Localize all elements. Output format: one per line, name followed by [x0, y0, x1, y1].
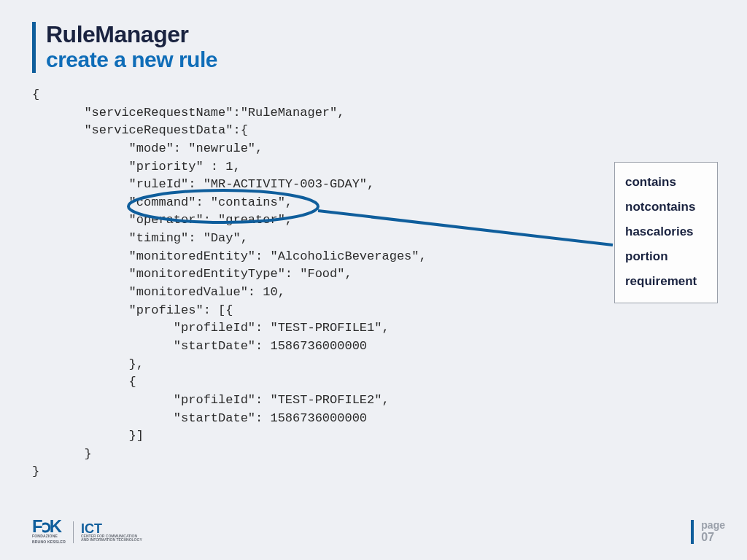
page-indicator: page 07: [691, 520, 725, 544]
logo-org-line1: FONDAZIONE: [32, 534, 58, 539]
title-sub: create a new rule: [46, 47, 217, 73]
ict-logo-icon: ICT CENTER FOR COMMUNICATION AND INFORMA…: [81, 523, 142, 542]
fbk-logo-icon: FɔK FONDAZIONE BRUNO KESSLER: [32, 521, 66, 544]
option-notcontains: notcontains: [625, 195, 707, 219]
logo-unit-tag2: AND INFORMATION TECHNOLOGY: [81, 538, 142, 542]
title-main: RuleManager: [46, 22, 217, 47]
command-options-box: contains notcontains hascalories portion…: [614, 162, 718, 303]
logo-separator: [73, 521, 74, 543]
code-block: { "serviceRequestName":"RuleManager", "s…: [32, 86, 427, 481]
logo-org-line2: BRUNO KESSLER: [32, 540, 66, 545]
logo-block: FɔK FONDAZIONE BRUNO KESSLER ICT CENTER …: [32, 521, 142, 544]
logo-unit: ICT: [81, 523, 142, 534]
footer: FɔK FONDAZIONE BRUNO KESSLER ICT CENTER …: [0, 509, 747, 560]
option-contains: contains: [625, 170, 707, 195]
slide: RuleManager create a new rule { "service…: [0, 0, 747, 560]
title-block: RuleManager create a new rule: [32, 22, 217, 73]
option-hascalories: hascalories: [625, 219, 707, 244]
page-label: page: [701, 520, 725, 531]
option-requirement: requirement: [625, 269, 707, 294]
page-number: 07: [701, 531, 725, 544]
option-portion: portion: [625, 244, 707, 269]
logo-glyph: FɔK: [32, 521, 61, 533]
